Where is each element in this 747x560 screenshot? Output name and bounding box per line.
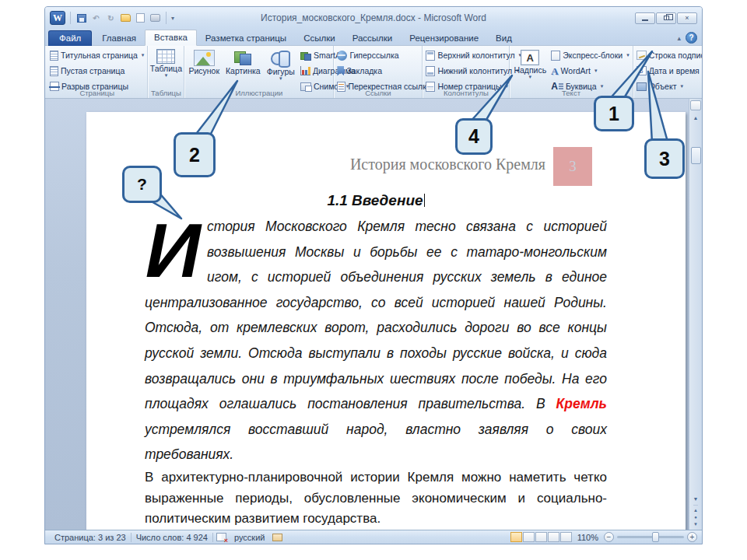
group-text: A Надпись Экспресс-блоки AWordArt AБукви… [510,46,633,98]
tab-insert[interactable]: Вставка [145,30,197,46]
shapes-button[interactable]: Фигуры [265,48,297,82]
group-label-pages: Страницы [47,89,147,97]
customize-qat-button[interactable]: ▾ [171,15,174,22]
word-logo-icon[interactable]: W [50,11,65,25]
footer-icon [426,66,435,76]
picture-button[interactable]: Рисунок [186,48,222,75]
text-box-button[interactable]: A Надпись [511,48,549,80]
divider [166,12,167,24]
divider [70,12,71,24]
redo-button[interactable]: ↻ [105,12,117,23]
next-page-button[interactable]: ▼ [693,522,698,527]
tab-references[interactable]: Ссылки [295,31,344,46]
browse-object-controls: ▲ ● ▼ [693,505,698,530]
scrollbar-thumb[interactable] [691,147,701,164]
scrollbar-track[interactable] [690,124,702,493]
hyperlink-icon [337,51,347,61]
date-time-icon: 5 [637,66,647,75]
undo-button[interactable]: ↶ [90,12,102,23]
wordart-button[interactable]: AWordArt [549,64,630,78]
group-text2: Строка подписи 5Дата и время Объект [633,46,703,98]
open-button[interactable] [120,12,132,23]
view-print-layout-button[interactable] [510,532,522,542]
group-label-header-footer: Колонтитулы [423,89,509,97]
ruler-toggle-button[interactable] [690,100,701,110]
bookmark-button[interactable]: Закладка [335,64,432,78]
zoom-out-button[interactable]: − [604,532,614,542]
view-draft-button[interactable] [560,532,572,542]
print-preview-icon [136,13,145,23]
view-web-layout-button[interactable] [535,532,547,542]
spell-check-icon[interactable] [216,533,226,541]
ribbon-insert: Титульная страница Пустая страница Разры… [45,46,702,99]
tab-home[interactable]: Главная [93,31,145,46]
status-right-controls: 110% − + [510,532,697,542]
callout-4: 4 [455,118,493,155]
save-button[interactable] [75,12,87,23]
blank-page-icon [50,66,58,76]
status-language[interactable]: русский [230,533,269,542]
group-tables: Таблица Таблицы [148,46,184,98]
tab-file[interactable]: Файл [48,30,92,46]
print-preview-button[interactable] [135,12,146,23]
status-page-info[interactable]: Страница: 3 из 23 [50,533,131,542]
footer-button[interactable]: Нижний колонтитул [424,64,523,78]
table-button[interactable]: Таблица [148,47,184,79]
tab-page-layout[interactable]: Разметка страницы [197,31,295,46]
zoom-level[interactable]: 110% [572,533,604,542]
text-box-icon: A [521,50,539,65]
tab-mailings[interactable]: Рассылки [344,31,402,46]
zoom-slider-thumb[interactable] [652,532,659,542]
print-button[interactable] [149,12,161,23]
header-button[interactable]: Верхний колонтитул [424,48,523,62]
view-outline-button[interactable] [548,532,559,542]
text-cursor [424,194,425,207]
callout-2: 2 [174,132,216,177]
view-fullscreen-reading-button[interactable] [523,532,535,542]
previous-page-button[interactable]: ▲ [693,508,698,513]
hyperlink-button[interactable]: Гиперссылка [335,48,432,62]
collapse-ribbon-button[interactable]: ▴ [677,34,681,42]
picture-icon [194,50,215,66]
wordart-icon: A [551,66,558,76]
select-browse-object-button[interactable]: ● [694,515,697,520]
zoom-in-button[interactable]: + [687,532,697,542]
keyboard-language-icon[interactable] [272,534,282,541]
page-header-title: История московского Кремля [350,156,545,173]
zoom-slider-track[interactable] [617,536,684,538]
tab-view[interactable]: Вид [487,31,521,46]
object-button[interactable]: Объект [635,79,703,93]
minimize-icon [642,19,648,21]
cover-page-button[interactable]: Титульная страница [48,48,146,62]
kremlin-red-text: Кремль [556,396,607,411]
divider [212,533,213,542]
bookmark-icon [337,66,344,76]
quick-parts-button[interactable]: Экспресс-блоки [549,48,630,62]
scroll-down-button[interactable]: ▼ [690,493,702,505]
close-button[interactable]: × [677,12,697,24]
section-heading: 1.1 Введение [145,192,607,209]
quick-parts-icon [551,51,560,61]
vertical-scrollbar[interactable]: ▲ ▼ ▲ ● ▼ [689,99,702,530]
clipart-button[interactable]: Картинка [223,48,263,75]
open-folder-icon [121,14,131,22]
document-body: История Московского Кремля тесно связана… [145,214,607,530]
tab-review[interactable]: Рецензирование [401,31,487,46]
scroll-up-button[interactable]: ▲ [690,112,702,124]
status-word-count[interactable]: Число слов: 4 924 [132,533,212,542]
restore-button[interactable] [656,12,676,24]
chart-icon [300,66,310,75]
signature-line-button[interactable]: Строка подписи [635,48,703,62]
blank-page-button[interactable]: Пустая страница [48,64,146,78]
date-time-button[interactable]: 5Дата и время [635,64,703,78]
quick-access-toolbar: W ↶ ↻ ▾ [50,11,174,25]
printer-icon [150,14,160,22]
help-button[interactable]: ? [686,32,697,44]
callout-question: ? [122,166,162,203]
paragraph-2: В архитектурно-планировочной истории Кре… [145,467,607,530]
document-area: История московского Кремля 3 1.1 Введени… [45,99,702,530]
callout-3: 3 [644,138,685,179]
table-icon [156,49,175,64]
minimize-button[interactable] [635,12,655,24]
group-label-illustrations: Иллюстрации [184,89,333,97]
